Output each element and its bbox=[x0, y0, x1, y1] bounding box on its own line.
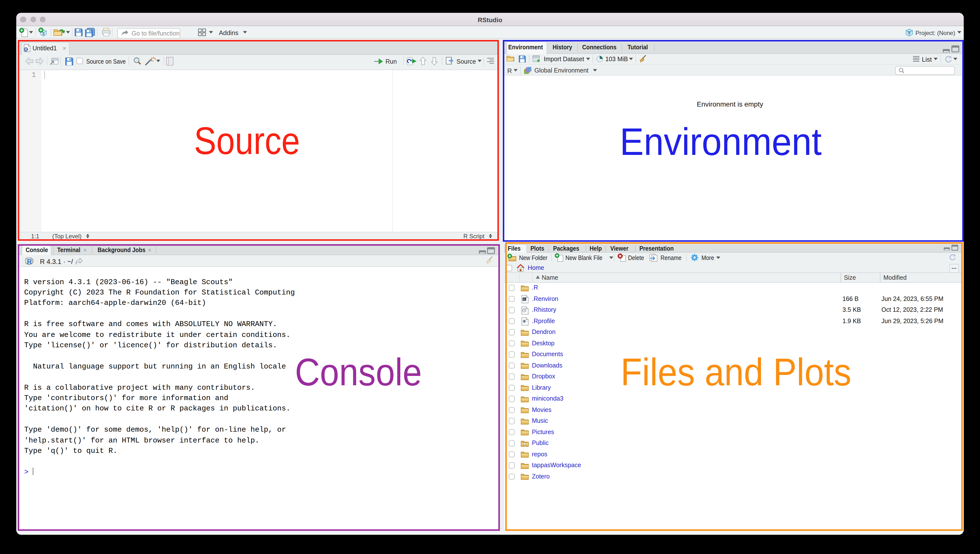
svg-text:R: R bbox=[908, 30, 911, 35]
svg-text:R: R bbox=[42, 32, 45, 36]
